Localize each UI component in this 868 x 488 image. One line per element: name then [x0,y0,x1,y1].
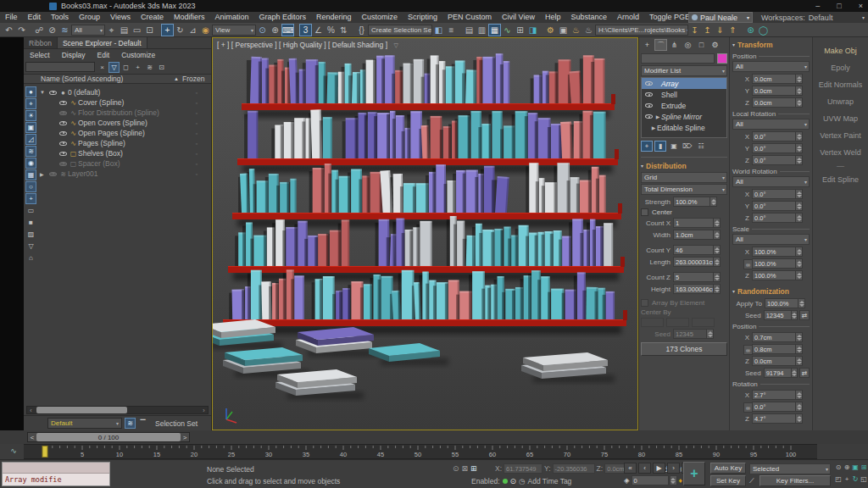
maximize-button[interactable]: □ [837,2,841,10]
spinner-down-icon[interactable] [797,338,802,341]
spinner-down-icon[interactable] [715,290,720,292]
tree-row-cover-spline[interactable]: ∿Cover (Spline)▫ [40,97,209,108]
spinner-up-icon[interactable] [797,215,802,218]
zoom-region-icon[interactable]: ◰ [834,474,843,485]
time-slider[interactable]: < 0 / 100 > [27,432,190,442]
spinner-up-icon[interactable] [715,259,720,262]
minimize-button[interactable]: – [815,2,820,10]
modifier-set-button-make-obj[interactable]: Make Obj [813,42,868,59]
menu-file[interactable]: File [0,12,23,23]
spinner-down-icon[interactable] [715,263,720,265]
collapse-icon[interactable]: ▼ [40,90,47,95]
spinner-up-icon[interactable] [797,335,802,337]
spinner[interactable] [796,344,803,354]
explorer-menu-select[interactable]: Select [24,51,56,59]
select-by-name-icon[interactable]: ▤ [118,24,131,36]
spinner[interactable] [796,247,803,257]
spinner[interactable] [714,257,721,267]
spinner[interactable] [796,258,803,269]
position-z-field[interactable]: 0.0cm [752,97,796,108]
clear-search-icon[interactable]: × [97,62,108,73]
tree-row-spacer-box[interactable]: ▢Spacer (Box)▫ [40,158,209,169]
strength-field[interactable]: 100.0% [673,197,710,207]
visibility-eye-icon[interactable] [645,103,653,108]
spinner-up-icon[interactable] [792,313,797,315]
save-file-icon[interactable]: ⇓ [714,24,726,36]
world-rotation-axis-dropdown[interactable]: All▾ [732,176,810,187]
toggle-ribbon-icon[interactable]: ▦ [488,24,501,36]
tree-row-open-pages-spline[interactable]: ∿Open Pages (Spline)▫ [40,128,209,138]
track-bar[interactable]: ∿ 51015202530354045505560657075808590951… [24,444,817,459]
modifier-set-button-edit-normals[interactable]: Edit Normals [813,76,868,93]
spinner-down-icon[interactable] [715,224,720,226]
spinner-up-icon[interactable] [797,203,802,206]
viewport-filter-icon[interactable]: ▽ [389,42,398,48]
randomization-header[interactable]: ▾Randomization [732,286,810,297]
active-layer-dropdown[interactable]: Default ▾ [47,418,122,429]
spinner[interactable] [796,270,803,280]
spinner-down-icon[interactable] [797,161,802,164]
spinner-up-icon[interactable] [797,392,802,395]
spinner-up-icon[interactable] [797,261,802,263]
spinner-up-icon[interactable] [711,199,716,202]
display-frozen-icon[interactable]: ▨ [25,229,36,240]
spinner-down-icon[interactable] [797,92,802,94]
render-iterative-icon[interactable]: ♨ [582,24,595,36]
frozen-cell[interactable]: ▫ [184,151,209,157]
spinner-up-icon[interactable] [797,416,802,419]
selection-lock-icon[interactable]: ⊠ [462,464,469,473]
modifier-list-dropdown[interactable]: Modifier List ▾ [641,65,727,76]
spinner-down-icon[interactable] [797,80,802,82]
display-geometry-icon[interactable]: ● [25,86,36,97]
lock-explorer-icon[interactable]: ◻ [120,62,131,73]
display-containers-icon[interactable]: + [25,193,36,204]
spinner[interactable] [798,298,805,308]
mini-curve-editor-icon[interactable]: ∿ [5,446,22,455]
redo-icon[interactable]: ↷ [15,24,28,36]
random-position-y-field[interactable]: 0.8cm [752,344,796,354]
configure-modifier-sets-button[interactable]: ☷ [695,141,707,152]
modifier-set-button-unwrap[interactable]: Unwrap [813,93,868,110]
motion-tab[interactable]: ◎ [682,39,694,51]
random-rotation-z-field[interactable]: 4.7° [752,413,796,424]
column-headers[interactable]: Name (Sorted Ascending) ▲ Frozen [24,74,211,84]
random-position-seed-field[interactable]: 91794 [764,368,792,378]
position-y-field[interactable]: 0.0cm [752,86,796,96]
explorer-menu-edit[interactable]: Edit [92,51,116,59]
stack-row-editable-spline[interactable]: ▶Editable Spline [642,122,726,133]
center-checkbox[interactable] [641,208,648,216]
set-key-button[interactable]: Set Key [710,475,746,486]
display-cameras-icon[interactable]: ▣ [25,122,36,133]
link-axes-icon[interactable]: ∞ [743,259,753,269]
array-by-element-checkbox[interactable] [641,299,648,307]
current-frame-field[interactable]: 0 [632,475,669,485]
menu-civil-view[interactable]: Civil View [497,12,540,23]
spinner-down-icon[interactable] [797,396,802,398]
workspaces-selector[interactable]: Workspaces: Default ▾ [761,12,865,23]
spinner-down-icon[interactable] [799,304,804,307]
spinner-up-icon[interactable] [797,146,802,148]
spinner[interactable] [796,189,803,199]
edit-named-selection-sets-icon[interactable]: {} [355,24,368,36]
select-and-rotate-icon[interactable]: ↻ [174,24,186,36]
display-tab[interactable]: □ [695,39,708,51]
modifier-set-button-vertex-paint[interactable]: Vertex Paint [813,127,868,144]
spinner[interactable] [714,284,721,294]
modifier-set-button-edit-spline[interactable]: Edit Spline [813,171,868,188]
modifier-set-button-uvw-map[interactable]: UVW Map [813,110,868,127]
clones-count-button[interactable]: 173 Clones [641,342,727,356]
create-tab[interactable]: + [641,39,654,51]
perspective-viewport[interactable]: [ + ] [ Perspective ] [ High Quality ] [… [212,37,638,430]
spinner-down-icon[interactable] [797,362,802,364]
rectangular-selection-region-icon[interactable]: ▭ [131,24,143,36]
scale-x-field[interactable]: 100.0% [752,247,796,257]
viewport-scene[interactable] [213,38,637,430]
spinner-down-icon[interactable] [715,236,720,238]
display-materials-icon[interactable]: ▭ [25,205,36,216]
make-unique-button[interactable]: ▣ [668,141,680,152]
play-button[interactable]: ▶ [653,463,665,474]
visibility-eye-icon[interactable] [49,91,57,95]
spinner-down-icon[interactable] [797,408,802,410]
object-name-field[interactable] [641,53,715,64]
mirror-icon[interactable]: ◧ [432,24,445,36]
